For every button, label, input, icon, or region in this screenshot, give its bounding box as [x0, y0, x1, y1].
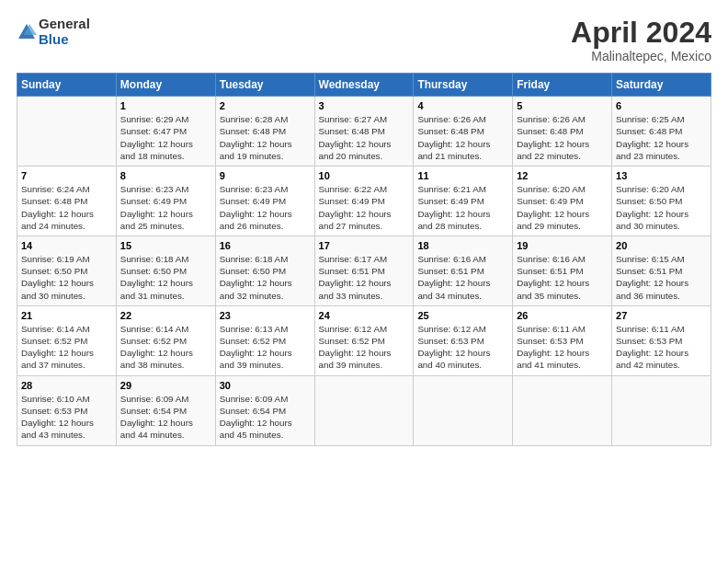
- day-number: 13: [616, 170, 707, 181]
- calendar-table: SundayMondayTuesdayWednesdayThursdayFrid…: [17, 73, 711, 445]
- logo-icon: [17, 22, 37, 42]
- calendar-cell: 2Sunrise: 6:28 AMSunset: 6:48 PMDaylight…: [215, 97, 314, 167]
- day-number: 29: [120, 380, 211, 391]
- day-number: 7: [21, 170, 112, 181]
- day-info: Sunrise: 6:25 AMSunset: 6:48 PMDaylight:…: [616, 113, 707, 162]
- title-block: April 2024 Malinaltepec, Mexico: [571, 17, 711, 63]
- logo-general-text: General: [39, 17, 90, 32]
- day-info: Sunrise: 6:27 AMSunset: 6:48 PMDaylight:…: [319, 113, 410, 162]
- calendar-cell: 16Sunrise: 6:18 AMSunset: 6:50 PMDayligh…: [215, 236, 314, 305]
- day-info: Sunrise: 6:10 AMSunset: 6:53 PMDaylight:…: [21, 393, 112, 442]
- calendar-cell: 28Sunrise: 6:10 AMSunset: 6:53 PMDayligh…: [17, 375, 117, 445]
- day-info: Sunrise: 6:14 AMSunset: 6:52 PMDaylight:…: [21, 323, 112, 372]
- day-number: 2: [220, 100, 311, 111]
- day-info: Sunrise: 6:16 AMSunset: 6:51 PMDaylight:…: [417, 253, 508, 302]
- main-title: April 2024: [571, 17, 711, 49]
- logo-text: General Blue: [39, 17, 90, 47]
- calendar-cell: 12Sunrise: 6:20 AMSunset: 6:49 PMDayligh…: [513, 167, 612, 236]
- day-number: 4: [417, 100, 508, 111]
- calendar-cell: 20Sunrise: 6:15 AMSunset: 6:51 PMDayligh…: [612, 236, 711, 305]
- day-info: Sunrise: 6:12 AMSunset: 6:52 PMDaylight:…: [319, 323, 410, 372]
- day-number: 5: [517, 100, 608, 111]
- calendar-cell: 29Sunrise: 6:09 AMSunset: 6:54 PMDayligh…: [116, 375, 215, 445]
- day-number: 22: [120, 310, 211, 321]
- day-number: 10: [319, 170, 410, 181]
- calendar-cell: [513, 375, 612, 445]
- day-info: Sunrise: 6:15 AMSunset: 6:51 PMDaylight:…: [616, 253, 707, 302]
- day-info: Sunrise: 6:14 AMSunset: 6:52 PMDaylight:…: [120, 323, 211, 372]
- week-row-1: 7Sunrise: 6:24 AMSunset: 6:48 PMDaylight…: [17, 167, 711, 236]
- calendar-cell: [314, 375, 414, 445]
- day-number: 1: [120, 100, 211, 111]
- day-info: Sunrise: 6:13 AMSunset: 6:52 PMDaylight:…: [220, 323, 311, 372]
- calendar-cell: 23Sunrise: 6:13 AMSunset: 6:52 PMDayligh…: [215, 305, 314, 375]
- day-number: 16: [220, 240, 311, 251]
- day-info: Sunrise: 6:24 AMSunset: 6:48 PMDaylight:…: [21, 183, 112, 232]
- calendar-cell: 26Sunrise: 6:11 AMSunset: 6:53 PMDayligh…: [513, 305, 612, 375]
- day-header-monday: Monday: [116, 74, 215, 97]
- day-number: 27: [616, 310, 707, 321]
- day-info: Sunrise: 6:20 AMSunset: 6:50 PMDaylight:…: [616, 183, 707, 232]
- day-info: Sunrise: 6:18 AMSunset: 6:50 PMDaylight:…: [120, 253, 211, 302]
- day-number: 23: [220, 310, 311, 321]
- day-number: 24: [319, 310, 410, 321]
- day-info: Sunrise: 6:12 AMSunset: 6:53 PMDaylight:…: [417, 323, 508, 372]
- day-number: 14: [21, 240, 112, 251]
- day-number: 28: [21, 380, 112, 391]
- day-info: Sunrise: 6:21 AMSunset: 6:49 PMDaylight:…: [417, 183, 508, 232]
- calendar-cell: 9Sunrise: 6:23 AMSunset: 6:49 PMDaylight…: [215, 167, 314, 236]
- calendar-cell: 15Sunrise: 6:18 AMSunset: 6:50 PMDayligh…: [116, 236, 215, 305]
- calendar-header-row: SundayMondayTuesdayWednesdayThursdayFrid…: [17, 74, 711, 97]
- calendar-cell: 14Sunrise: 6:19 AMSunset: 6:50 PMDayligh…: [17, 236, 117, 305]
- day-info: Sunrise: 6:28 AMSunset: 6:48 PMDaylight:…: [220, 113, 311, 162]
- calendar-cell: [414, 375, 513, 445]
- day-info: Sunrise: 6:22 AMSunset: 6:49 PMDaylight:…: [319, 183, 410, 232]
- day-number: 18: [417, 240, 508, 251]
- day-info: Sunrise: 6:16 AMSunset: 6:51 PMDaylight:…: [517, 253, 608, 302]
- logo-blue-text: Blue: [39, 32, 90, 48]
- day-info: Sunrise: 6:29 AMSunset: 6:47 PMDaylight:…: [120, 113, 211, 162]
- day-number: 19: [517, 240, 608, 251]
- subtitle: Malinaltepec, Mexico: [571, 49, 711, 63]
- calendar-cell: 4Sunrise: 6:26 AMSunset: 6:48 PMDaylight…: [414, 97, 513, 167]
- calendar-cell: 17Sunrise: 6:17 AMSunset: 6:51 PMDayligh…: [314, 236, 414, 305]
- day-info: Sunrise: 6:09 AMSunset: 6:54 PMDaylight:…: [120, 393, 211, 442]
- calendar-cell: 5Sunrise: 6:26 AMSunset: 6:48 PMDaylight…: [513, 97, 612, 167]
- day-info: Sunrise: 6:11 AMSunset: 6:53 PMDaylight:…: [517, 323, 608, 372]
- calendar-cell: 22Sunrise: 6:14 AMSunset: 6:52 PMDayligh…: [116, 305, 215, 375]
- day-number: 9: [220, 170, 311, 181]
- day-number: 3: [319, 100, 410, 111]
- logo: General Blue: [17, 17, 90, 47]
- calendar-cell: [612, 375, 711, 445]
- day-info: Sunrise: 6:23 AMSunset: 6:49 PMDaylight:…: [220, 183, 311, 232]
- day-info: Sunrise: 6:11 AMSunset: 6:53 PMDaylight:…: [616, 323, 707, 372]
- day-number: 11: [417, 170, 508, 181]
- day-info: Sunrise: 6:23 AMSunset: 6:49 PMDaylight:…: [120, 183, 211, 232]
- day-number: 25: [417, 310, 508, 321]
- day-number: 17: [319, 240, 410, 251]
- day-header-wednesday: Wednesday: [314, 74, 414, 97]
- day-info: Sunrise: 6:26 AMSunset: 6:48 PMDaylight:…: [517, 113, 608, 162]
- calendar-cell: 6Sunrise: 6:25 AMSunset: 6:48 PMDaylight…: [612, 97, 711, 167]
- calendar-cell: 13Sunrise: 6:20 AMSunset: 6:50 PMDayligh…: [612, 167, 711, 236]
- day-number: 30: [220, 380, 311, 391]
- day-number: 20: [616, 240, 707, 251]
- week-row-0: 1Sunrise: 6:29 AMSunset: 6:47 PMDaylight…: [17, 97, 711, 167]
- week-row-4: 28Sunrise: 6:10 AMSunset: 6:53 PMDayligh…: [17, 375, 711, 445]
- calendar-cell: 25Sunrise: 6:12 AMSunset: 6:53 PMDayligh…: [414, 305, 513, 375]
- day-info: Sunrise: 6:09 AMSunset: 6:54 PMDaylight:…: [220, 393, 311, 442]
- week-row-2: 14Sunrise: 6:19 AMSunset: 6:50 PMDayligh…: [17, 236, 711, 305]
- day-info: Sunrise: 6:26 AMSunset: 6:48 PMDaylight:…: [417, 113, 508, 162]
- day-info: Sunrise: 6:18 AMSunset: 6:50 PMDaylight:…: [220, 253, 311, 302]
- day-header-friday: Friday: [513, 74, 612, 97]
- calendar-cell: 24Sunrise: 6:12 AMSunset: 6:52 PMDayligh…: [314, 305, 414, 375]
- calendar-cell: 10Sunrise: 6:22 AMSunset: 6:49 PMDayligh…: [314, 167, 414, 236]
- calendar-cell: 7Sunrise: 6:24 AMSunset: 6:48 PMDaylight…: [17, 167, 117, 236]
- calendar-cell: 8Sunrise: 6:23 AMSunset: 6:49 PMDaylight…: [116, 167, 215, 236]
- day-info: Sunrise: 6:19 AMSunset: 6:50 PMDaylight:…: [21, 253, 112, 302]
- week-row-3: 21Sunrise: 6:14 AMSunset: 6:52 PMDayligh…: [17, 305, 711, 375]
- day-info: Sunrise: 6:17 AMSunset: 6:51 PMDaylight:…: [319, 253, 410, 302]
- calendar-cell: 30Sunrise: 6:09 AMSunset: 6:54 PMDayligh…: [215, 375, 314, 445]
- day-number: 26: [517, 310, 608, 321]
- day-header-thursday: Thursday: [414, 74, 513, 97]
